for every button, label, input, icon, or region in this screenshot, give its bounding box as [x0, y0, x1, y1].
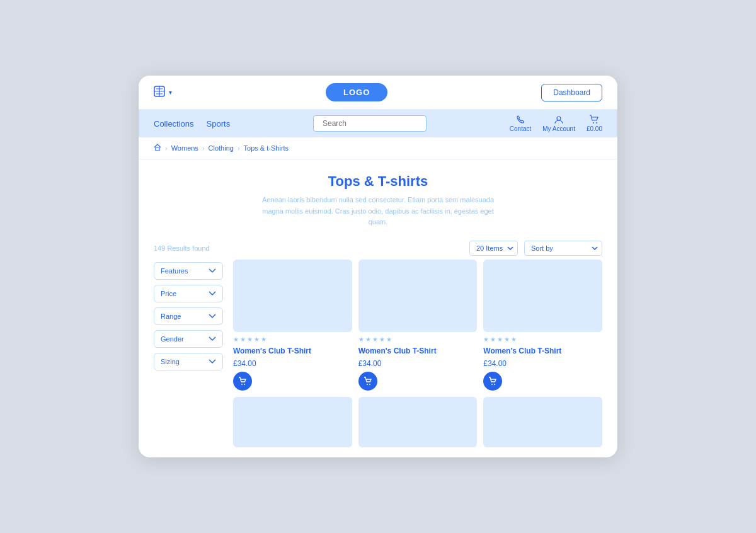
breadcrumb-home-icon[interactable]: [154, 144, 161, 152]
header: ▾ LOGO Dashboard: [139, 76, 617, 110]
svg-point-12: [494, 384, 495, 385]
svg-point-3: [557, 117, 561, 120]
nav-icons: Contact My Account £0.00: [510, 115, 602, 132]
product-image-4[interactable]: [233, 397, 352, 447]
logo: LOGO: [326, 83, 387, 101]
items-per-page-select[interactable]: 20 Items 10 Items 50 Items: [469, 241, 518, 256]
filter-sizing-label: Sizing: [161, 358, 180, 365]
svg-point-9: [367, 384, 368, 385]
contact-icon-item[interactable]: Contact: [510, 115, 531, 132]
svg-point-5: [596, 122, 597, 123]
product-name-1[interactable]: Women's Club T-Shirt: [233, 347, 352, 355]
navbar: Collections Sports Contact My Account: [139, 110, 617, 137]
dashboard-button[interactable]: Dashboard: [541, 84, 602, 101]
filter-gender[interactable]: Gender: [154, 330, 223, 348]
search-input[interactable]: [313, 115, 427, 132]
add-to-cart-button-1[interactable]: [233, 372, 252, 391]
star-icon: ★: [490, 336, 496, 343]
nav-links: Collections Sports: [154, 112, 230, 136]
breadcrumb-sep-3: ›: [238, 144, 240, 152]
breadcrumb-clothing[interactable]: Clothing: [209, 144, 234, 152]
svg-point-11: [491, 384, 493, 385]
filter-range[interactable]: Range: [154, 307, 223, 325]
star-icon: ★: [379, 336, 385, 343]
breadcrumb-current: Tops & t-Shirts: [244, 144, 289, 152]
rating-stars-1: ★ ★ ★ ★ ★: [233, 336, 352, 343]
star-icon: ★: [247, 336, 253, 343]
product-card-3: ★ ★ ★ ★ ★ Women's Club T-Shirt £34.00: [483, 260, 602, 391]
star-icon: ★: [483, 336, 489, 343]
main-content: Features Price Range Gender Sizing: [139, 260, 617, 457]
results-count: 149 Results found: [154, 244, 210, 252]
product-grid: ★ ★ ★ ★ ★ Women's Club T-Shirt £34.00: [233, 260, 602, 447]
product-price-3: £34.00: [483, 359, 602, 368]
filter-range-label: Range: [161, 312, 181, 320]
star-icon: ★: [504, 336, 510, 343]
breadcrumb-sep-2: ›: [202, 144, 205, 152]
filter-price-label: Price: [161, 290, 176, 297]
add-to-cart-button-2[interactable]: [358, 372, 377, 391]
rating-stars-2: ★ ★ ★ ★ ★: [358, 336, 478, 343]
product-image-6[interactable]: [483, 397, 602, 447]
product-card-5: [358, 397, 478, 447]
browser-window: ▾ LOGO Dashboard Collections Sports Cont…: [139, 76, 617, 457]
sidebar-filters: Features Price Range Gender Sizing: [154, 260, 223, 447]
product-card-1: ★ ★ ★ ★ ★ Women's Club T-Shirt £34.00: [233, 260, 352, 391]
page-title-section: Tops & T-shirts Aenean iaoris bibendum n…: [139, 159, 617, 234]
product-image-3[interactable]: [483, 260, 602, 332]
breadcrumb-womens[interactable]: Womens: [171, 144, 198, 152]
nav-link-sports[interactable]: Sports: [207, 112, 231, 136]
star-icon: ★: [497, 336, 503, 343]
star-icon: ★: [261, 336, 266, 343]
cart-price-label: £0.00: [587, 125, 602, 132]
filter-right: 20 Items 10 Items 50 Items Sort by Price…: [469, 241, 602, 256]
chevron-down-icon: ▾: [169, 89, 172, 96]
filter-features[interactable]: Features: [154, 262, 223, 280]
product-image-5[interactable]: [358, 397, 478, 447]
svg-rect-6: [156, 147, 159, 151]
star-icon: ★: [358, 336, 364, 343]
product-price-2: £34.00: [358, 359, 478, 368]
star-icon: ★: [365, 336, 371, 343]
svg-point-4: [593, 122, 594, 123]
breadcrumb: › Womens › Clothing › Tops & t-Shirts: [139, 137, 617, 159]
nav-link-collections[interactable]: Collections: [154, 112, 194, 136]
page-title: Tops & T-shirts: [154, 173, 602, 190]
star-icon: ★: [372, 336, 378, 343]
svg-point-7: [241, 384, 243, 385]
product-name-2[interactable]: Women's Club T-Shirt: [358, 347, 478, 355]
globe-icon[interactable]: [154, 86, 165, 100]
product-price-1: £34.00: [233, 359, 352, 368]
filter-gender-label: Gender: [161, 335, 184, 343]
product-card-4: [233, 397, 352, 447]
star-icon: ★: [511, 336, 517, 343]
star-icon: ★: [233, 336, 239, 343]
product-card-6: [483, 397, 602, 447]
account-label: My Account: [542, 125, 575, 132]
account-icon-item[interactable]: My Account: [542, 115, 575, 132]
header-left: ▾: [154, 86, 172, 100]
star-icon: ★: [240, 336, 246, 343]
product-image-1[interactable]: [233, 260, 352, 332]
product-image-2[interactable]: [358, 260, 478, 332]
search-wrap: [230, 115, 510, 132]
page-description: Aenean iaoris bibendum nulla sed consect…: [258, 195, 498, 228]
rating-stars-3: ★ ★ ★ ★ ★: [483, 336, 602, 343]
contact-label: Contact: [510, 125, 531, 132]
star-icon: ★: [386, 336, 392, 343]
filter-bar: 149 Results found 20 Items 10 Items 50 I…: [139, 234, 617, 260]
breadcrumb-sep-1: ›: [165, 144, 168, 152]
sort-by-select[interactable]: Sort by Price: Low to High Price: High t…: [524, 241, 602, 256]
filter-price[interactable]: Price: [154, 285, 223, 302]
svg-point-8: [244, 384, 245, 385]
product-card-2: ★ ★ ★ ★ ★ Women's Club T-Shirt £34.00: [358, 260, 478, 391]
add-to-cart-button-3[interactable]: [483, 372, 502, 391]
svg-point-10: [369, 384, 370, 385]
filter-features-label: Features: [161, 267, 188, 275]
star-icon: ★: [254, 336, 260, 343]
filter-sizing[interactable]: Sizing: [154, 353, 223, 370]
cart-icon-item[interactable]: £0.00: [587, 115, 602, 132]
product-name-3[interactable]: Women's Club T-Shirt: [483, 347, 602, 355]
